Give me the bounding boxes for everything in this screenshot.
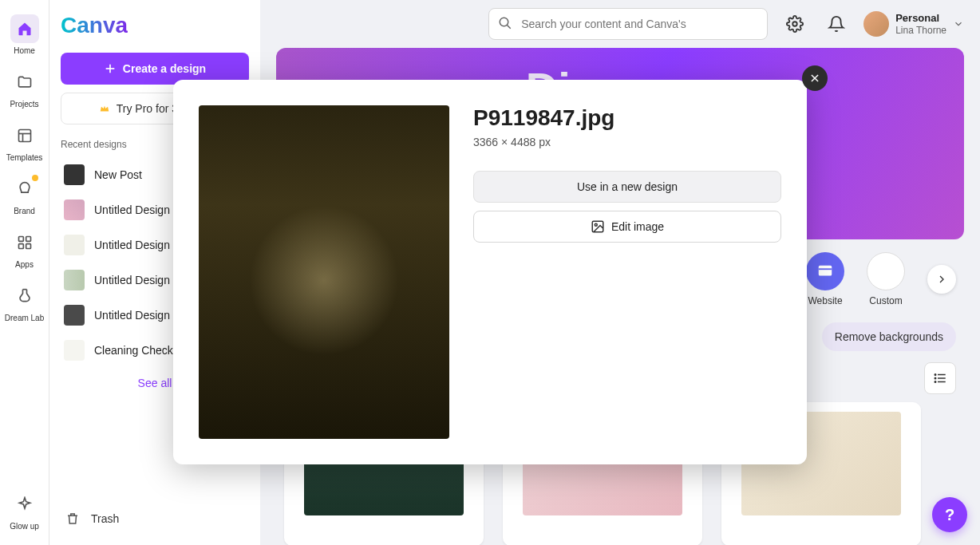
image-filename: P9119847.jpg: [473, 105, 781, 131]
close-button[interactable]: [802, 65, 828, 91]
edit-image-button[interactable]: Edit image: [473, 211, 781, 243]
help-button[interactable]: ?: [932, 497, 967, 532]
close-icon: [809, 73, 820, 84]
image-dimensions: 3366 × 4488 px: [473, 136, 781, 148]
svg-point-27: [595, 223, 597, 226]
use-in-design-button[interactable]: Use in a new design: [473, 171, 781, 203]
modal-overlay: P9119847.jpg 3366 × 4488 px Use in a new…: [0, 0, 980, 545]
image-icon: [591, 219, 605, 234]
image-preview: [199, 105, 449, 439]
image-detail-modal: P9119847.jpg 3366 × 4488 px Use in a new…: [173, 80, 807, 464]
